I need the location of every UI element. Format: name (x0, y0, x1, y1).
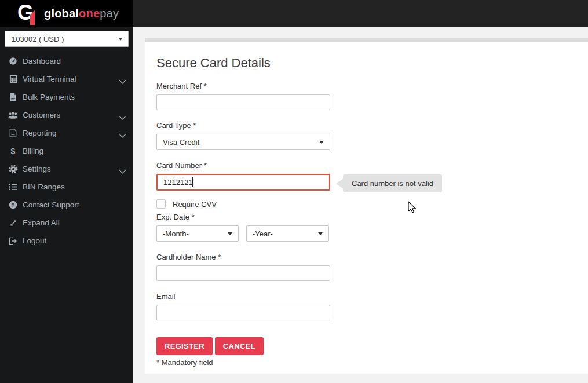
sidebar-item-label: Reporting (23, 129, 57, 137)
sidebar-item-customers[interactable]: Customers (0, 106, 133, 124)
question-icon: ? (8, 200, 18, 210)
cardholder-name-group: Cardholder Name * (156, 253, 330, 281)
report-icon (8, 128, 18, 138)
merchant-ref-input[interactable] (156, 94, 330, 110)
secure-card-panel: Secure Card Details Merchant Ref * Card … (145, 38, 588, 374)
sidebar-item-label: Bulk Payments (23, 93, 75, 101)
dashboard-icon (8, 56, 18, 66)
sidebar-item-label: Logout (23, 236, 46, 245)
expand-icon (8, 218, 18, 228)
sidebar-item-reporting[interactable]: Reporting (0, 124, 133, 142)
sidebar-item-virtual-terminal[interactable]: Virtual Terminal (0, 70, 133, 88)
chevron-down-icon (119, 167, 126, 176)
card-type-group: Card Type * Visa Credit (156, 121, 330, 150)
register-button[interactable]: REGISTER (156, 337, 213, 355)
exp-date-label: Exp. Date * (156, 213, 342, 221)
sidebar-item-bulk-payments[interactable]: Bulk Payments (0, 88, 133, 106)
svg-text:?: ? (11, 202, 14, 208)
sidebar-item-label: Virtual Terminal (23, 75, 76, 83)
file-icon (8, 92, 18, 102)
page-title: Secure Card Details (156, 56, 588, 71)
sidebar-item-bin-ranges[interactable]: BIN Ranges (0, 178, 133, 196)
card-number-input[interactable] (156, 174, 330, 191)
mandatory-field-note: * Mandatory field (156, 358, 588, 367)
exp-month-select[interactable]: -Month- (156, 225, 239, 242)
terminal-icon (8, 74, 18, 84)
chevron-down-icon (119, 113, 126, 122)
email-group: Email (156, 292, 330, 320)
card-type-select[interactable]: Visa Credit (156, 134, 330, 150)
card-number-label: Card Number * (156, 161, 330, 170)
brand-word-one: one (79, 7, 100, 20)
sidebar: G globalonepay 103002 ( USD ) DashboardV… (0, 0, 133, 383)
email-input[interactable] (156, 305, 330, 320)
require-cvv-label[interactable]: Require CVV (173, 200, 217, 209)
cardholder-name-label: Cardholder Name * (156, 253, 330, 261)
brand-word-global: global (44, 7, 79, 20)
content-column: Secure Card Details Merchant Ref * Card … (133, 0, 588, 383)
sidebar-item-billing[interactable]: $Billing (0, 142, 133, 160)
sidebar-menu: DashboardVirtual TerminalBulk PaymentsCu… (0, 52, 133, 250)
sidebar-item-label: Customers (23, 111, 60, 119)
sidebar-item-label: Dashboard (23, 57, 61, 65)
card-number-error-tooltip: Card number is not valid (343, 174, 442, 192)
chevron-down-icon (119, 131, 126, 140)
brand-logo: G globalonepay (0, 0, 133, 27)
top-header-bar (133, 0, 588, 27)
main-area: Secure Card Details Merchant Ref * Card … (133, 27, 588, 383)
require-cvv-checkbox[interactable] (156, 199, 166, 209)
card-type-label: Card Type * (156, 121, 330, 130)
sidebar-item-logout[interactable]: Logout (0, 232, 133, 250)
cardholder-name-input[interactable] (156, 265, 330, 281)
exp-date-group: Exp. Date * -Month- -Year- (156, 213, 342, 242)
brand-logo-icon: G (17, 3, 39, 24)
sidebar-item-settings[interactable]: Settings (0, 160, 133, 178)
email-label: Email (156, 292, 330, 301)
account-select[interactable]: 103002 ( USD ) (5, 31, 129, 47)
require-cvv-group: Require CVV (156, 199, 588, 209)
sidebar-item-label: BIN Ranges (23, 183, 65, 191)
exp-year-select[interactable]: -Year- (246, 225, 329, 242)
sidebar-item-label: Settings (23, 165, 51, 173)
sidebar-item-label: Contact Support (23, 200, 79, 209)
text-caret (192, 177, 193, 187)
account-select-wrap: 103002 ( USD ) (5, 31, 129, 47)
chevron-down-icon (119, 77, 126, 86)
merchant-ref-label: Merchant Ref * (156, 82, 330, 90)
sidebar-item-label: Billing (23, 147, 43, 155)
dollar-icon: $ (8, 146, 18, 156)
card-number-group: Card Number * (156, 161, 330, 191)
users-icon (8, 110, 18, 120)
sidebar-item-expand-all[interactable]: Expand All (0, 214, 133, 232)
sidebar-item-contact-support[interactable]: ?Contact Support (0, 196, 133, 214)
list-icon (8, 182, 18, 192)
cancel-button[interactable]: CANCEL (215, 337, 264, 355)
logout-icon (8, 236, 18, 246)
brand-word-pay: pay (100, 7, 119, 20)
gear-icon (8, 164, 18, 174)
brand-logo-text: globalonepay (44, 7, 119, 20)
sidebar-item-label: Expand All (23, 218, 60, 227)
sidebar-item-dashboard[interactable]: Dashboard (0, 52, 133, 70)
merchant-ref-group: Merchant Ref * (156, 82, 330, 110)
